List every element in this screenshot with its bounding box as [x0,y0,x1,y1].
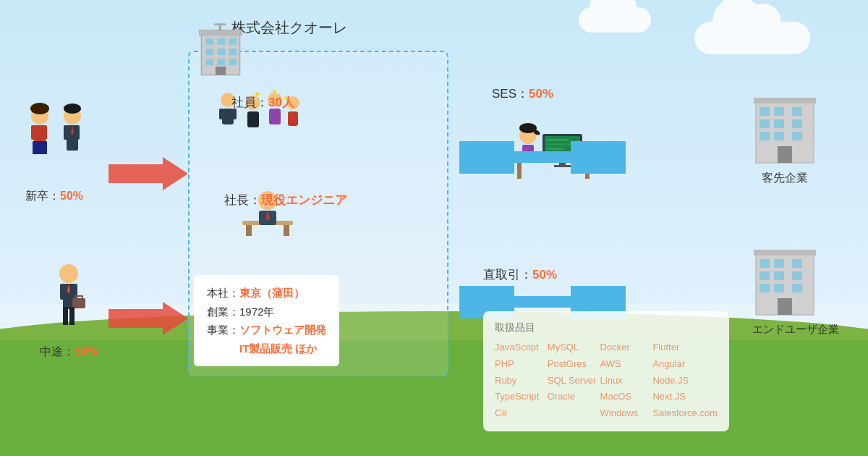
new-grad-illustration [18,101,105,173]
company-title: 株式会社クオーレ [231,18,347,38]
svg-rect-98 [774,284,784,292]
svg-rect-53 [69,307,75,325]
tech-item: Flutter [652,340,718,355]
svg-rect-88 [778,146,792,163]
tech-item: MySQL [548,340,597,355]
mid-career-text: 中途： [40,345,75,358]
svg-rect-36 [43,125,47,140]
staff-label-area: 社員：30人 [231,94,294,111]
client-label: 客先企業 [752,171,817,186]
svg-rect-15 [222,109,234,124]
new-grad-label: 新卒：50% [25,189,83,204]
new-grad-text: 新卒： [25,190,60,202]
svg-rect-8 [206,59,214,65]
mid-career-area: 中途：50% [40,340,98,360]
svg-rect-37 [33,141,47,154]
svg-rect-9 [218,59,226,65]
svg-rect-84 [792,119,802,128]
svg-rect-52 [63,307,68,325]
svg-rect-95 [774,271,784,280]
svg-rect-94 [760,271,770,280]
ses-text: SES： [492,87,529,101]
mid-career-pct: 50% [75,345,98,358]
svg-rect-5 [206,48,214,55]
mid-career-label: 中途：50% [40,345,98,360]
svg-rect-28 [246,225,252,236]
ses-double-arrow [459,141,626,174]
svg-rect-93 [792,259,802,268]
svg-rect-11 [216,67,226,75]
staff-label: 社員：30人 [231,96,294,109]
tech-item: AWS [600,357,650,372]
svg-rect-3 [218,38,226,45]
svg-rect-80 [774,107,784,116]
svg-marker-55 [109,302,188,335]
svg-rect-82 [760,119,770,128]
employees-count: 30人 [268,96,294,109]
president-title: 現役エンジニア [261,193,347,207]
tech-item: TypeScript [495,389,545,405]
business-info2: IT製品販売 ほか [207,339,326,358]
new-grad-arrow [109,156,188,192]
main-building-icon [195,20,246,78]
svg-rect-81 [792,107,802,116]
svg-rect-90 [754,250,816,256]
president-text: 社長： [224,193,261,207]
svg-rect-10 [229,59,237,65]
tech-item: JavaScript [495,340,545,355]
founded-info: 創業：1972年 [207,303,326,321]
svg-rect-26 [288,111,298,126]
svg-rect-4 [229,38,237,45]
svg-rect-13 [214,23,226,25]
founded-label: 創業： [207,305,239,318]
mid-career-arrow [109,300,188,337]
tech-grid: JavaScriptMySQLDockerFlutterPHPPostGresA… [495,340,718,421]
new-grad-area: 新卒：50% [25,185,83,204]
company-name-text: 株式会社クオーレ [231,20,347,35]
president-label-area: 社長：現役エンジニア [224,192,347,208]
tech-item: SQL Server [548,373,597,389]
enduser-label: エンドユーザ企業 [752,323,839,337]
svg-rect-6 [218,48,226,55]
tech-item: Angular [652,357,718,372]
client-building-area: 客先企業 [752,94,817,186]
business-label: 事業： [207,324,239,336]
svg-rect-22 [247,111,259,127]
svg-rect-87 [792,132,802,140]
svg-rect-78 [754,98,816,104]
tech-item: Docker [600,340,650,355]
svg-rect-91 [760,259,770,268]
direct-pct: 50% [532,268,557,282]
enduser-building-area: エンドユーザ企業 [752,246,839,337]
business-value: ソフトウェア開発 [239,324,326,336]
ses-label: SES：50% [492,85,553,102]
tech-item: Node.JS [652,373,718,389]
ses-pct: 50% [529,87,553,101]
svg-rect-24 [269,109,281,124]
svg-rect-42 [75,125,80,140]
svg-rect-41 [64,125,68,140]
svg-rect-100 [778,298,792,315]
svg-rect-92 [774,259,784,268]
company-info-box: 本社：東京（蒲田） 創業：1972年 事業：ソフトウェア開発 IT製品販売 ほか [194,275,339,366]
direct-label: 直取引：50% [483,266,557,283]
new-grad-pct: 50% [60,190,83,202]
hq-value: 東京（蒲田） [239,287,305,299]
employees-label: 社員： [231,96,268,109]
svg-rect-2 [206,38,214,45]
tech-item: Next.JS [652,389,718,405]
tech-item: Salesforce.com [652,406,718,421]
svg-marker-54 [109,157,188,190]
tech-item: MacOS [600,389,650,405]
tech-item: C# [495,406,545,421]
svg-rect-96 [792,271,802,280]
svg-point-38 [30,103,49,114]
tech-item: PHP [495,357,545,372]
tech-item: Windows [600,406,650,421]
business-info: 事業：ソフトウェア開発 [207,321,326,339]
svg-rect-83 [774,119,784,128]
tech-skills-box: 取扱品目 JavaScriptMySQLDockerFlutterPHPPost… [483,311,729,431]
svg-rect-16 [219,109,224,119]
svg-rect-86 [774,132,784,140]
svg-rect-85 [760,132,770,140]
